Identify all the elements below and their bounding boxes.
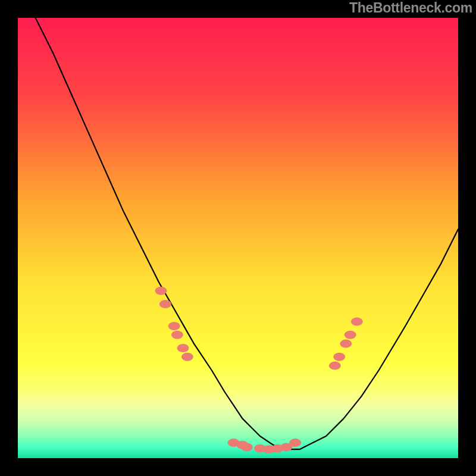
- chart-container: TheBottleneck.com: [0, 0, 476, 476]
- credit-watermark: TheBottleneck.com: [349, 0, 472, 16]
- bottleneck-chart-canvas: [18, 18, 458, 458]
